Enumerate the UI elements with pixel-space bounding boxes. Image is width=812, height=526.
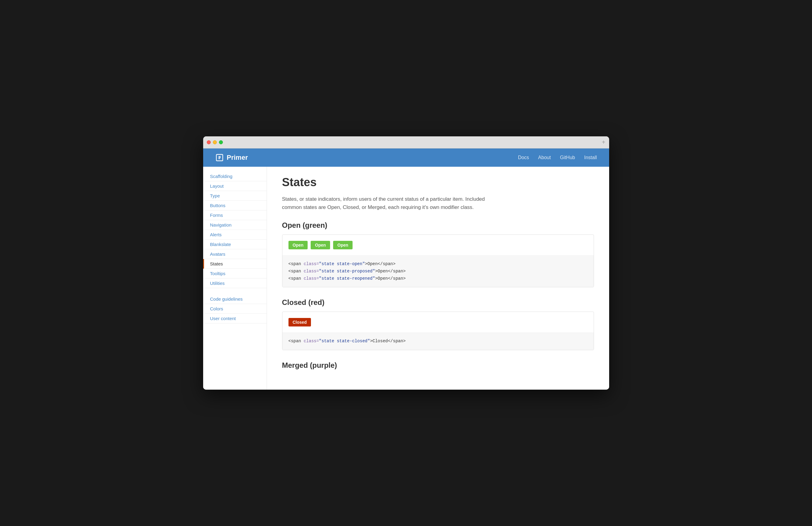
open-code-block: <span class="state state-open">Open</spa… [289, 261, 588, 282]
logo-text: Primer [227, 154, 248, 162]
page-intro: States, or state indicators, inform user… [282, 195, 489, 211]
install-link[interactable]: Install [584, 155, 597, 160]
open-section: Open (green) Open Open Open <span class=… [282, 221, 594, 287]
closed-demo-box: Closed <span class="state state-closed">… [282, 311, 594, 350]
main-layout: Scaffolding Layout Type Buttons Forms Na… [203, 167, 609, 390]
about-link[interactable]: About [538, 155, 551, 160]
sidebar-item-alerts[interactable]: Alerts [203, 230, 266, 239]
state-badge-open-1: Open [289, 241, 308, 249]
sidebar-item-forms[interactable]: Forms [203, 210, 266, 220]
sidebar-item-colors[interactable]: Colors [203, 304, 266, 314]
minimize-button[interactable] [213, 140, 217, 144]
merged-section: Merged (purple) [282, 361, 594, 369]
open-section-title: Open (green) [282, 221, 594, 230]
sidebar-item-states[interactable]: States [203, 259, 266, 269]
nav-header: Primer Docs About GitHub Install [203, 148, 609, 167]
sidebar-primary-section: Scaffolding Layout Type Buttons Forms Na… [203, 172, 266, 288]
open-demo-preview: Open Open Open [282, 235, 594, 256]
sidebar-item-type[interactable]: Type [203, 191, 266, 201]
browser-window: + Primer Docs About GitHub Install Scaff… [203, 136, 609, 390]
github-link[interactable]: GitHub [560, 155, 575, 160]
closed-section-title: Closed (red) [282, 298, 594, 307]
closed-demo-preview: Closed [282, 312, 594, 333]
closed-section: Closed (red) Closed <span class="state s… [282, 298, 594, 350]
logo-link[interactable]: Primer [215, 154, 248, 162]
sidebar-item-layout[interactable]: Layout [203, 181, 266, 191]
sidebar-secondary-section: Code guidelines Colors User content [203, 294, 266, 323]
state-badge-open-3: Open [333, 241, 352, 249]
docs-link[interactable]: Docs [518, 155, 529, 160]
maximize-button[interactable] [219, 140, 223, 144]
sidebar-item-blankslate[interactable]: Blankslate [203, 239, 266, 249]
sidebar-item-code-guidelines[interactable]: Code guidelines [203, 294, 266, 304]
new-tab-button[interactable]: + [602, 139, 606, 145]
logo-icon [215, 154, 224, 162]
traffic-lights [207, 140, 223, 144]
close-button[interactable] [207, 140, 211, 144]
sidebar-item-avatars[interactable]: Avatars [203, 249, 266, 259]
state-badge-open-2: Open [311, 241, 330, 249]
sidebar: Scaffolding Layout Type Buttons Forms Na… [203, 167, 267, 390]
sidebar-item-buttons[interactable]: Buttons [203, 201, 266, 210]
closed-code-block: <span class="state state-closed">Closed<… [289, 338, 588, 345]
closed-demo-code: <span class="state state-closed">Closed<… [282, 333, 594, 350]
sidebar-item-user-content[interactable]: User content [203, 314, 266, 323]
sidebar-item-tooltips[interactable]: Tooltips [203, 269, 266, 278]
nav-links: Docs About GitHub Install [518, 155, 597, 160]
merged-section-title: Merged (purple) [282, 361, 594, 369]
page-title: States [282, 176, 594, 189]
open-demo-box: Open Open Open <span class="state state-… [282, 234, 594, 287]
sidebar-item-scaffolding[interactable]: Scaffolding [203, 172, 266, 181]
sidebar-item-navigation[interactable]: Navigation [203, 220, 266, 230]
sidebar-item-utilities[interactable]: Utilities [203, 278, 266, 288]
open-demo-code: <span class="state state-open">Open</spa… [282, 256, 594, 287]
titlebar: + [203, 136, 609, 148]
main-content: States States, or state indicators, info… [267, 167, 609, 390]
state-badge-closed: Closed [289, 318, 311, 326]
